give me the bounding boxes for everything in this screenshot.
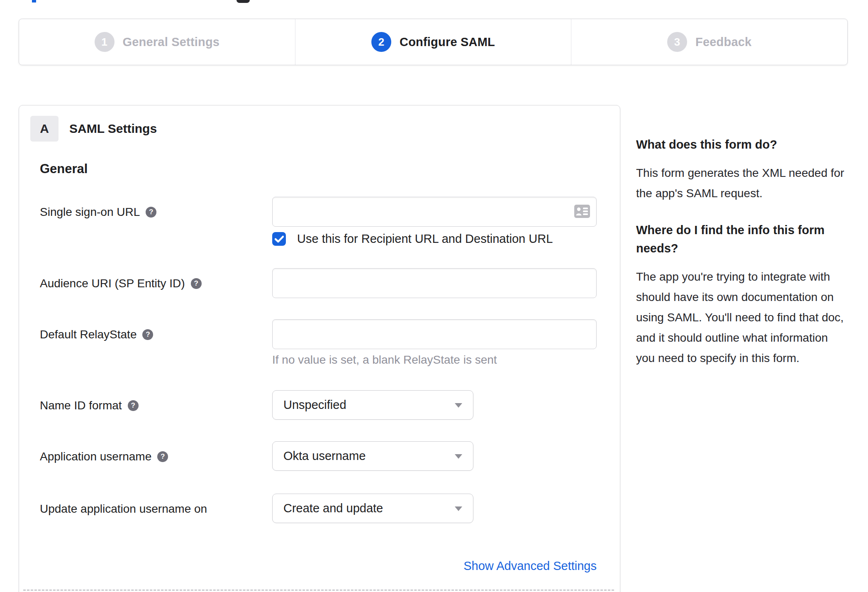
field-label-text: Application username [40,450,151,464]
sidebar-paragraph: This form generates the XML needed for t… [636,163,846,203]
section-header: A SAML Settings [30,116,620,142]
show-advanced-settings-link[interactable]: Show Advanced Settings [463,559,597,572]
sidebar-heading: What does this form do? [636,135,846,154]
step-general-settings[interactable]: 1 General Settings [19,19,295,65]
help-sidebar: What does this form do? This form genera… [636,135,846,386]
help-icon[interactable]: ? [146,207,156,218]
field-label-text: Name ID format [40,399,122,413]
name-id-format-select[interactable]: Unspecified [272,390,473,420]
step-feedback[interactable]: 3 Feedback [571,19,847,65]
section-dashed-divider [23,590,614,591]
saml-form: Single sign-on URL ? [40,197,620,573]
field-label: Update application username on [40,494,272,523]
chevron-down-icon [455,454,462,459]
general-heading: General [40,161,620,176]
recipient-url-checkbox[interactable] [272,232,286,246]
header-icon-fragment [237,0,250,3]
select-value: Create and update [283,501,383,515]
help-icon[interactable]: ? [142,329,153,340]
relay-state-hint: If no value is set, a blank RelayState i… [272,353,620,367]
step-number-badge: 2 [371,32,391,52]
relay-state-input[interactable] [272,319,597,349]
sso-url-input[interactable] [272,197,597,227]
field-row-audience-uri: Audience URI (SP Entity ID) ? [40,268,620,298]
help-icon[interactable]: ? [191,278,202,289]
field-label: Name ID format ? [40,390,272,420]
section-title: SAML Settings [69,122,157,136]
step-label: General Settings [123,35,220,49]
field-label-text: Audience URI (SP Entity ID) [40,276,185,291]
step-label: Configure SAML [400,35,495,49]
chevron-down-icon [455,403,462,408]
field-label: Audience URI (SP Entity ID) ? [40,268,272,298]
advanced-settings-row: Show Advanced Settings [40,559,597,573]
audience-uri-input[interactable] [272,268,597,298]
checkmark-icon [275,235,284,243]
field-label-text: Update application username on [40,502,207,516]
field-label: Default RelayState ? [40,319,272,367]
saml-settings-panel: A SAML Settings General Single sign-on U… [19,105,620,592]
contact-card-icon [574,205,590,218]
step-number-badge: 1 [95,32,115,52]
field-row-update-username: Update application username on Create an… [40,494,620,523]
field-row-name-id-format: Name ID format ? Unspecified [40,390,620,420]
page-title-fragment [32,0,36,2]
field-label: Single sign-on URL ? [40,197,272,246]
sidebar-heading: Where do I find the info this form needs… [636,221,846,257]
select-value: Okta username [283,449,366,463]
select-value: Unspecified [283,398,346,412]
sidebar-paragraph: The app you're trying to integrate with … [636,267,846,368]
step-configure-saml[interactable]: 2 Configure SAML [295,19,571,65]
step-number-badge: 3 [667,32,687,52]
checkbox-label: Use this for Recipient URL and Destinati… [297,232,553,246]
chevron-down-icon [455,506,462,511]
field-row-application-username: Application username ? Okta username [40,441,620,471]
recipient-url-checkbox-row: Use this for Recipient URL and Destinati… [272,232,620,246]
field-row-relay-state: Default RelayState ? If no value is set,… [40,319,620,367]
section-a-badge: A [30,116,59,142]
help-icon[interactable]: ? [128,400,139,411]
application-username-select[interactable]: Okta username [272,441,473,471]
step-label: Feedback [695,35,751,49]
field-label-text: Single sign-on URL [40,205,140,219]
wizard-stepper: 1 General Settings 2 Configure SAML 3 Fe… [19,19,848,65]
field-row-sso-url: Single sign-on URL ? [40,197,620,246]
update-username-select[interactable]: Create and update [272,494,473,523]
field-label-text: Default RelayState [40,328,137,342]
help-icon[interactable]: ? [157,451,168,462]
field-label: Application username ? [40,441,272,471]
